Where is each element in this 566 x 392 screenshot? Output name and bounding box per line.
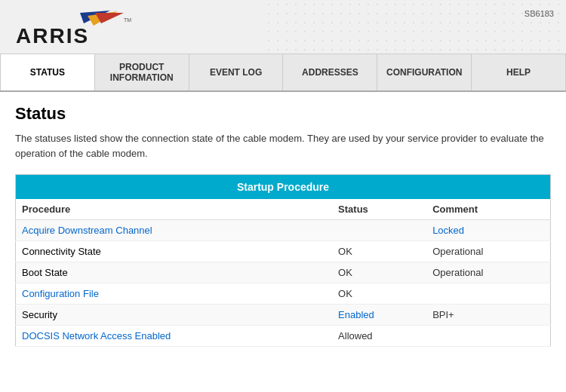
main-content: Status The statuses listed show the conn… xyxy=(0,92,566,359)
svg-text:ARRIS: ARRIS xyxy=(16,24,89,47)
procedure-link[interactable]: Acquire Downstream Channel xyxy=(22,225,152,236)
table-row: SecurityEnabledBPI+ xyxy=(16,305,551,326)
comment-cell: Locked xyxy=(426,220,550,241)
nav-addresses[interactable]: ADDRESSES xyxy=(283,54,377,90)
section-header-cell: Startup Procedure xyxy=(16,175,551,200)
procedure-link[interactable]: DOCSIS Network Access Enabled xyxy=(22,330,171,341)
comment-cell: Operational xyxy=(426,241,550,262)
status-cell xyxy=(332,220,426,241)
nav-product-info[interactable]: PRODUCT INFORMATION xyxy=(95,54,189,90)
procedure-cell: Security xyxy=(16,305,333,326)
svg-text:TM: TM xyxy=(124,17,131,23)
startup-procedure-table: Startup Procedure Procedure Status Comme… xyxy=(15,174,551,347)
table-row: Boot StateOKOperational xyxy=(16,262,551,283)
procedure-cell: Connectivity State xyxy=(16,241,333,262)
column-header-row: Procedure Status Comment xyxy=(16,199,551,220)
procedure-cell[interactable]: DOCSIS Network Access Enabled xyxy=(16,326,333,347)
nav-status[interactable]: STATUS xyxy=(0,54,95,90)
comment-cell xyxy=(426,283,550,305)
col-header-comment: Comment xyxy=(426,199,550,220)
nav-configuration[interactable]: CONFIGURATION xyxy=(377,54,472,90)
procedure-cell[interactable]: Configuration File xyxy=(16,283,333,305)
procedure-cell[interactable]: Acquire Downstream Channel xyxy=(16,220,333,241)
procedure-link[interactable]: Configuration File xyxy=(22,288,99,299)
page-title: Status xyxy=(15,104,551,124)
arris-logo: ARRIS TM xyxy=(12,7,133,48)
status-cell: OK xyxy=(332,283,426,305)
logo-area: ARRIS TM xyxy=(12,7,133,48)
comment-cell: Operational xyxy=(426,262,550,283)
status-cell: Enabled xyxy=(332,305,426,326)
table-row: Configuration FileOK xyxy=(16,283,551,305)
table-row: Acquire Downstream ChannelLocked xyxy=(16,220,551,241)
header-bg-pattern xyxy=(264,0,566,54)
status-cell: OK xyxy=(332,262,426,283)
table-row: Connectivity StateOKOperational xyxy=(16,241,551,262)
navigation: STATUS PRODUCT INFORMATION EVENT LOG ADD… xyxy=(0,54,566,92)
procedure-cell: Boot State xyxy=(16,262,333,283)
nav-event-log[interactable]: EVENT LOG xyxy=(189,54,284,90)
col-header-procedure: Procedure xyxy=(16,199,333,220)
comment-cell: BPI+ xyxy=(426,305,550,326)
nav-help[interactable]: HELP xyxy=(472,54,566,90)
page-description: The statuses listed show the connection … xyxy=(15,131,551,161)
header: ARRIS TM SB6183 xyxy=(0,0,566,54)
comment-cell xyxy=(426,326,550,347)
table-row: DOCSIS Network Access EnabledAllowed xyxy=(16,326,551,347)
table-section-header: Startup Procedure xyxy=(16,175,551,200)
col-header-status: Status xyxy=(332,199,426,220)
model-number: SB6183 xyxy=(524,6,554,18)
status-cell: Allowed xyxy=(332,326,426,347)
status-cell: OK xyxy=(332,241,426,262)
